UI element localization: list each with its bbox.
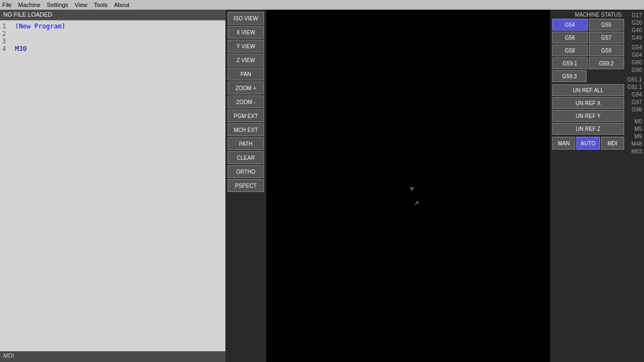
left-panel: NO FILE LOADED 1 (New Program) 2 3 4 M30… — [0, 10, 225, 362]
g59-btn[interactable]: G59 — [589, 45, 624, 56]
zoom-minus-btn[interactable]: ZOOM - — [228, 95, 264, 108]
unref-z-btn[interactable]: UN REF Z — [552, 123, 624, 135]
g593-btn[interactable]: G59.3 — [552, 70, 587, 82]
g54-btn[interactable]: G54 — [552, 19, 588, 31]
g-list-2: G54 G64 G80 G90 — [627, 44, 642, 74]
code-line-2: 2 — [2, 30, 223, 38]
z-view-btn[interactable]: Z VIEW — [228, 54, 264, 67]
g592-btn[interactable]: G59.2 — [589, 57, 624, 69]
menu-about[interactable]: About — [114, 2, 129, 8]
menubar: File Machine Settings View Tools About — [0, 0, 644, 10]
g-list-3: G91.1 G92.1 G94 G97 G98 — [627, 76, 642, 114]
x-view-btn[interactable]: X VIEW — [228, 26, 264, 39]
code-line-1: 1 (New Program) — [2, 23, 223, 30]
machine-status-header: MACHINE STATUS: — [552, 12, 624, 18]
unref-y-btn[interactable]: UN REF Y — [552, 110, 624, 122]
unref-all-btn[interactable]: UN REF ALL — [552, 84, 624, 96]
view-buttons: ISO VIEW X VIEW Y VIEW Z VIEW PAN ZOOM +… — [225, 10, 266, 362]
code-line-3: 3 — [2, 38, 223, 45]
mch-ext-btn[interactable]: MCH EXT — [228, 123, 264, 136]
mouse-cursor: ↗ — [414, 200, 419, 207]
pspect-btn[interactable]: PSPECT — [228, 179, 264, 192]
g-code-grid-1: G54 G55 — [552, 19, 624, 31]
menu-machine[interactable]: Machine — [18, 2, 41, 8]
code-editor[interactable]: 1 (New Program) 2 3 4 M30 — [0, 20, 225, 351]
tool-icon: ▼ — [408, 184, 416, 193]
auto-btn[interactable]: AUTO — [576, 137, 599, 150]
m-list: M0 M5 M9 M48 M53 — [627, 118, 642, 156]
mode-buttons: MAN AUTO MDI — [552, 137, 624, 150]
right-panel: MACHINE STATUS: G54 G55 G56 G57 G58 G59 … — [550, 10, 644, 362]
main-layout: NO FILE LOADED 1 (New Program) 2 3 4 M30… — [0, 10, 644, 362]
menu-file[interactable]: File — [2, 2, 12, 8]
g-code-grid-4: G59.1 G59.2 — [552, 57, 624, 69]
clear-btn[interactable]: CLEAR — [228, 151, 264, 164]
y-view-btn[interactable]: Y VIEW — [228, 40, 264, 53]
code-line-4: 4 M30 — [2, 45, 223, 53]
g56-btn[interactable]: G56 — [552, 32, 588, 43]
g-list-1: G17 G20 G40 G49 — [627, 12, 642, 42]
path-btn[interactable]: PATH — [228, 137, 264, 150]
g-code-grid-2: G56 G57 — [552, 32, 624, 43]
man-btn[interactable]: MAN — [552, 137, 575, 150]
g55-btn[interactable]: G55 — [589, 19, 624, 31]
menu-tools[interactable]: Tools — [94, 2, 108, 8]
iso-view-btn[interactable]: ISO VIEW — [228, 12, 264, 25]
pgm-ext-btn[interactable]: PGM EXT — [228, 109, 264, 122]
g58-btn[interactable]: G58 — [552, 45, 588, 56]
file-header: NO FILE LOADED — [0, 10, 225, 20]
mdi-mode-btn[interactable]: MDI — [601, 137, 624, 150]
unref-x-btn[interactable]: UN REF X — [552, 97, 624, 109]
g-code-grid-3: G58 G59 — [552, 45, 624, 56]
zoom-plus-btn[interactable]: ZOOM + — [228, 82, 264, 94]
menu-view[interactable]: View — [75, 2, 87, 8]
g591-btn[interactable]: G59.1 — [552, 57, 588, 69]
center-panel: ISO VIEW X VIEW Y VIEW Z VIEW PAN ZOOM +… — [225, 10, 550, 362]
viewport: ▼ ↗ — [266, 10, 550, 362]
menu-settings[interactable]: Settings — [47, 2, 68, 8]
ortho-btn[interactable]: ORTHO — [228, 165, 264, 178]
g57-btn[interactable]: G57 — [589, 32, 624, 43]
pan-btn[interactable]: PAN — [228, 68, 264, 80]
mdi-label: MDI — [0, 351, 225, 362]
